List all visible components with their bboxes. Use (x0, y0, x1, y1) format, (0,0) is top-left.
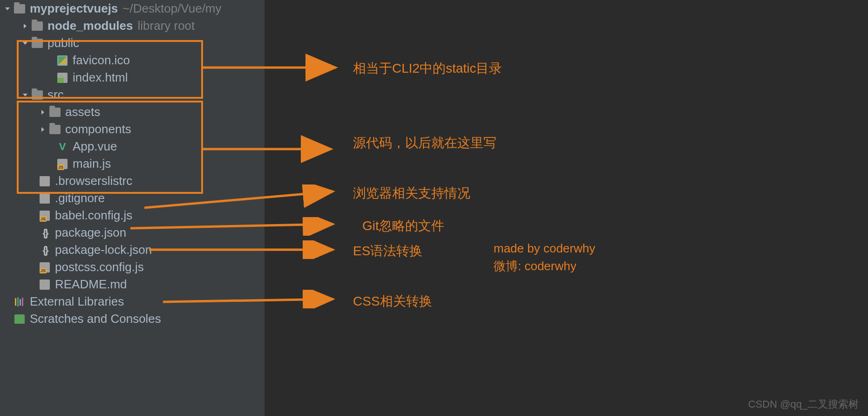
folder-icon (49, 124, 61, 135)
public-label: public (47, 36, 79, 50)
tree-row-index-html[interactable]: index.html (0, 69, 264, 86)
folder-icon (14, 3, 25, 14)
browserslist-label: .browserslistrc (55, 174, 132, 188)
main-js-label: main.js (73, 157, 111, 171)
readme-label: README.md (55, 277, 127, 292)
chevron-right-icon (39, 126, 47, 133)
tree-row-main-js[interactable]: main.js (0, 155, 264, 172)
watermark: CSDN @qq_二叉搜索树 (748, 397, 859, 411)
json-file-icon: {} (39, 245, 50, 256)
chevron-down-icon (4, 5, 11, 13)
svg-rect-3 (22, 298, 23, 306)
annotation-browserslist: 浏览器相关支持情况 (353, 184, 470, 202)
external-libraries-label: External Libraries (30, 294, 124, 309)
html-file-icon (57, 72, 68, 83)
postcss-label: postcss.config.js (55, 260, 144, 274)
node-modules-label: node_modules (47, 19, 133, 33)
tree-row-babel[interactable]: babel.config.js (0, 207, 264, 224)
chevron-down-icon (21, 91, 29, 99)
credit-line2: 微博: coderwhy (494, 258, 576, 274)
svg-rect-0 (15, 298, 16, 306)
components-label: components (65, 122, 131, 136)
json-file-icon: {} (39, 227, 50, 239)
tree-row-readme[interactable]: README.md (0, 276, 264, 293)
package-json-label: package.json (55, 225, 126, 240)
tree-row-favicon[interactable]: favicon.ico (0, 52, 264, 69)
vue-file-icon: V (57, 141, 68, 152)
file-icon (39, 279, 50, 290)
tree-row-assets[interactable]: assets (0, 103, 264, 121)
tree-row-postcss[interactable]: postcss.config.js (0, 259, 264, 276)
libraries-icon (14, 296, 25, 307)
folder-icon (49, 107, 61, 118)
tree-row-package-lock[interactable]: {} package-lock.json (0, 241, 264, 259)
credit-line1: made by coderwhy (494, 241, 595, 256)
tree-row-gitignore[interactable]: .gitignore (0, 190, 264, 207)
scratches-label: Scratches and Consoles (30, 312, 161, 326)
project-path: ~/Desktop/Vue/my (122, 1, 221, 16)
tree-row-external-libraries[interactable]: External Libraries (0, 293, 264, 310)
folder-icon (32, 89, 43, 101)
tree-row-scratches[interactable]: Scratches and Consoles (0, 310, 264, 327)
tree-row-package-json[interactable]: {} package.json (0, 224, 264, 241)
assets-label: assets (65, 105, 100, 119)
annotation-src: 源代码，以后就在这里写 (353, 134, 496, 152)
js-file-icon (39, 262, 50, 273)
chevron-down-icon (21, 40, 29, 47)
babel-label: babel.config.js (55, 208, 132, 223)
annotation-babel: ES语法转换 (353, 242, 422, 260)
image-file-icon (57, 55, 68, 66)
tree-row-app-vue[interactable]: V App.vue (0, 138, 264, 155)
library-root-hint: library root (137, 19, 195, 33)
file-icon (39, 193, 50, 204)
src-label: src (47, 88, 64, 102)
file-icon (39, 176, 50, 187)
annotation-public: 相当于CLI2中的static目录 (353, 60, 502, 77)
annotation-gitignore: Git忽略的文件 (362, 217, 444, 235)
folder-icon (32, 20, 43, 32)
chevron-right-icon (21, 22, 29, 30)
svg-rect-1 (17, 297, 19, 307)
project-name: myprejectvuejs (30, 1, 118, 16)
scratches-icon (14, 314, 25, 325)
gitignore-label: .gitignore (55, 191, 105, 205)
chevron-right-icon (39, 109, 47, 116)
annotation-postcss: CSS相关转换 (353, 293, 432, 310)
js-file-icon (57, 158, 68, 170)
folder-icon (32, 38, 43, 49)
package-lock-label: package-lock.json (55, 243, 152, 257)
favicon-label: favicon.ico (73, 53, 130, 68)
tree-row-components[interactable]: components (0, 121, 264, 138)
tree-row-node-modules[interactable]: node_modules library root (0, 17, 264, 34)
index-html-label: index.html (73, 70, 128, 85)
tree-row-project-root[interactable]: myprejectvuejs ~/Desktop/Vue/my (0, 0, 264, 17)
js-file-icon (39, 210, 50, 221)
project-tree-panel: myprejectvuejs ~/Desktop/Vue/my node_mod… (0, 0, 264, 416)
svg-rect-2 (20, 299, 21, 306)
tree-row-browserslist[interactable]: .browserslistrc (0, 172, 264, 190)
app-vue-label: App.vue (73, 139, 117, 154)
tree-row-public[interactable]: public (0, 34, 264, 52)
tree-row-src[interactable]: src (0, 86, 264, 103)
